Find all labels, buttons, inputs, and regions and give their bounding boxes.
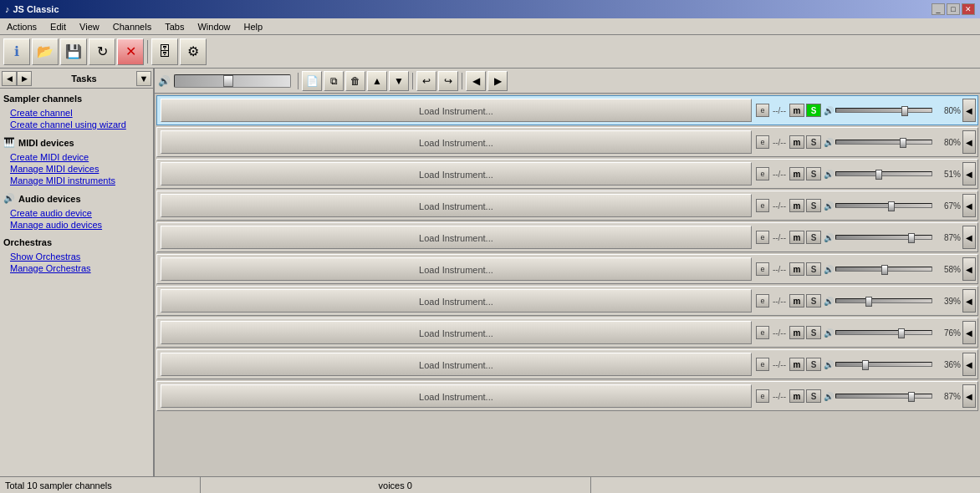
- load-instrument-button-7[interactable]: Load Instrument...: [161, 289, 752, 313]
- vol-track-5[interactable]: [835, 235, 932, 240]
- load-instrument-button-4[interactable]: Load Instrument...: [161, 194, 752, 217]
- vol-track-9[interactable]: [835, 362, 932, 367]
- load-instrument-button-6[interactable]: Load Instrument...: [161, 257, 752, 281]
- solo-button-6[interactable]: S: [806, 262, 821, 276]
- delete-channel-button[interactable]: 🗑: [345, 71, 365, 91]
- channel-arrow-8[interactable]: ◀: [962, 321, 976, 344]
- maximize-button[interactable]: □: [947, 3, 960, 15]
- load-instrument-button-5[interactable]: Load Instrument...: [161, 226, 752, 249]
- mute-button-8[interactable]: m: [789, 326, 804, 339]
- back-button[interactable]: ◀: [466, 71, 486, 91]
- vol-track-1[interactable]: [835, 108, 932, 113]
- mute-button-7[interactable]: m: [789, 294, 804, 307]
- edit-button-9[interactable]: e: [756, 358, 769, 371]
- mute-button-3[interactable]: m: [789, 167, 804, 180]
- sidebar-item-create-channel[interactable]: Create channel: [3, 107, 150, 119]
- copy-channel-button[interactable]: ⧉: [324, 71, 344, 91]
- menu-edit[interactable]: Edit: [47, 21, 69, 33]
- sidebar-back-button[interactable]: ◀: [2, 71, 17, 86]
- sidebar-item-create-audio[interactable]: Create audio device: [3, 207, 150, 219]
- vol-thumb-7[interactable]: [865, 297, 872, 307]
- edit-button-1[interactable]: e: [756, 104, 769, 117]
- edit-button-7[interactable]: e: [756, 294, 769, 307]
- channel-arrow-1[interactable]: ◀: [962, 99, 976, 122]
- vol-thumb-6[interactable]: [881, 265, 888, 275]
- menu-channels[interactable]: Channels: [110, 21, 155, 33]
- sidebar-item-manage-midi[interactable]: Manage MIDI devices: [3, 163, 150, 175]
- vol-track-2[interactable]: [835, 140, 932, 145]
- mute-button-2[interactable]: m: [789, 135, 804, 149]
- load-instrument-button-9[interactable]: Load Instrument...: [161, 353, 752, 376]
- solo-button-10[interactable]: S: [806, 389, 821, 403]
- sidebar-item-show-orchestras[interactable]: Show Orchestras: [3, 251, 150, 262]
- sidebar-forward-button[interactable]: ▶: [17, 71, 32, 86]
- close-button[interactable]: ✕: [962, 3, 975, 15]
- vol-thumb-9[interactable]: [862, 360, 869, 370]
- solo-button-8[interactable]: S: [806, 326, 821, 339]
- vol-thumb-8[interactable]: [898, 328, 905, 338]
- stop-button[interactable]: ✕: [117, 38, 144, 65]
- new-channel-button[interactable]: 📄: [302, 71, 322, 91]
- vol-thumb-2[interactable]: [900, 138, 906, 148]
- channel-arrow-10[interactable]: ◀: [962, 384, 976, 408]
- save-button[interactable]: 💾: [60, 38, 87, 65]
- mute-button-10[interactable]: m: [789, 389, 804, 403]
- volume-thumb[interactable]: [223, 75, 233, 87]
- menu-view[interactable]: View: [76, 21, 103, 33]
- database-button[interactable]: 🗄: [151, 38, 178, 65]
- channel-arrow-2[interactable]: ◀: [962, 130, 976, 154]
- channel-arrow-4[interactable]: ◀: [962, 194, 976, 217]
- sidebar-dropdown-button[interactable]: ▼: [136, 71, 151, 86]
- solo-button-4[interactable]: S: [806, 199, 821, 212]
- channel-arrow-6[interactable]: ◀: [962, 257, 976, 281]
- edit-button-3[interactable]: e: [756, 167, 769, 180]
- load-instrument-button-3[interactable]: Load Instrument...: [161, 162, 752, 186]
- load-instrument-button-8[interactable]: Load Instrument...: [161, 321, 752, 344]
- sidebar-item-create-midi[interactable]: Create MIDI device: [3, 151, 150, 163]
- settings-button[interactable]: ⚙: [180, 38, 207, 65]
- edit-button-4[interactable]: e: [756, 199, 769, 212]
- vol-thumb-1[interactable]: [901, 106, 908, 116]
- edit-button-8[interactable]: e: [756, 326, 769, 339]
- sidebar-item-manage-audio[interactable]: Manage audio devices: [3, 219, 150, 231]
- solo-button-9[interactable]: S: [806, 358, 821, 371]
- menu-window[interactable]: Window: [194, 21, 233, 33]
- move-down-button[interactable]: ▼: [389, 71, 409, 91]
- edit-button-5[interactable]: e: [756, 231, 769, 244]
- load-instrument-button-1[interactable]: Load Instrument...: [161, 99, 752, 122]
- menu-actions[interactable]: Actions: [3, 21, 40, 33]
- solo-button-3[interactable]: S: [806, 167, 821, 180]
- refresh-button[interactable]: ↻: [89, 38, 115, 65]
- vol-track-8[interactable]: [835, 330, 932, 335]
- mute-button-4[interactable]: m: [789, 199, 804, 212]
- vol-track-4[interactable]: [835, 203, 932, 208]
- open-button[interactable]: 📂: [32, 38, 59, 65]
- channel-arrow-7[interactable]: ◀: [962, 289, 976, 313]
- minimize-button[interactable]: _: [932, 3, 945, 15]
- channel-arrow-3[interactable]: ◀: [962, 162, 976, 186]
- solo-button-1[interactable]: S: [806, 104, 821, 117]
- edit-button-6[interactable]: e: [756, 262, 769, 276]
- mute-button-6[interactable]: m: [789, 262, 804, 276]
- mute-button-1[interactable]: m: [789, 104, 804, 117]
- info-button[interactable]: ℹ: [3, 38, 30, 65]
- edit-button-2[interactable]: e: [756, 135, 769, 149]
- master-volume-slider[interactable]: [174, 74, 291, 88]
- sidebar-item-create-channel-wizard[interactable]: Create channel using wizard: [3, 119, 150, 130]
- solo-button-2[interactable]: S: [806, 135, 821, 149]
- vol-track-7[interactable]: [835, 298, 932, 303]
- vol-thumb-4[interactable]: [888, 201, 895, 211]
- vol-thumb-10[interactable]: [908, 392, 915, 402]
- vol-track-10[interactable]: [835, 394, 932, 399]
- vol-track-3[interactable]: [835, 171, 932, 176]
- route-fwd-button[interactable]: ↪: [438, 71, 458, 91]
- vol-track-6[interactable]: [835, 267, 932, 272]
- menu-tabs[interactable]: Tabs: [161, 21, 187, 33]
- edit-button-10[interactable]: e: [756, 389, 769, 403]
- load-instrument-button-2[interactable]: Load Instrument...: [161, 130, 752, 154]
- move-up-button[interactable]: ▲: [367, 71, 387, 91]
- solo-button-5[interactable]: S: [806, 231, 821, 244]
- sidebar-item-manage-midi-instruments[interactable]: Manage MIDI instruments: [3, 175, 150, 186]
- vol-thumb-3[interactable]: [875, 170, 882, 180]
- load-instrument-button-10[interactable]: Load Instrument...: [161, 384, 752, 408]
